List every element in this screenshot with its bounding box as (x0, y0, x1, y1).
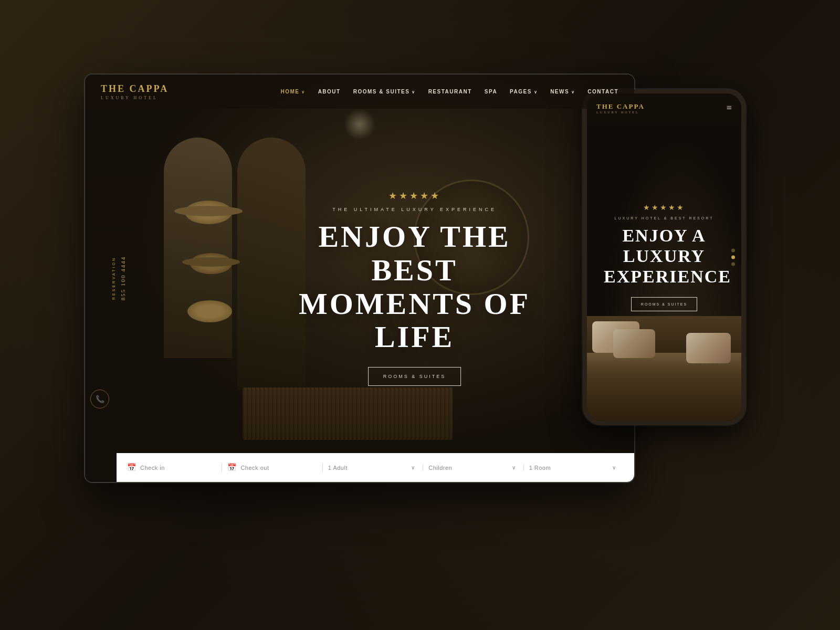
nav-item-restaurant[interactable]: RESTAURANT (428, 89, 472, 94)
hat-decoration-2 (190, 253, 232, 274)
adults-field[interactable]: 1 Adult ∨ (328, 465, 423, 471)
hero-cta-button[interactable]: ROOMS & SUITES (368, 367, 461, 386)
scroll-dots (731, 249, 735, 266)
mobile-bed-area (587, 306, 741, 421)
rooms-label: 1 Room (529, 465, 551, 471)
mobile-star-rating: ★★★★★ (604, 203, 724, 212)
mobile-logo-subtitle: LUXURY HOTEL (596, 111, 645, 114)
hamburger-menu-icon[interactable]: ≡ (727, 102, 732, 113)
checkin-calendar-icon: 📅 (127, 463, 136, 472)
reservation-label: RESERVATION (112, 257, 116, 300)
sideboard (243, 387, 453, 440)
hat-decoration-3 (187, 300, 232, 322)
desktop-navigation: THE CAPPA LUXURY HOTEL HOME ABOUT ROOMS … (85, 75, 634, 109)
mobile-hero-title: ENJOY A LUXURY EXPERIENCE (604, 225, 724, 287)
nav-list: HOME ABOUT ROOMS & SUITES RESTAURANT SPA… (280, 89, 618, 94)
hero-title-line1: ENJOY THE BEST (318, 219, 510, 287)
arch-panel-left (164, 138, 232, 358)
mobile-cta-button[interactable]: ROOMS & SUITES (631, 297, 697, 311)
logo-subtitle: LUXURY HOTEL (101, 96, 169, 100)
nav-item-pages[interactable]: PAGES (510, 89, 538, 94)
nav-item-spa[interactable]: SPA (485, 89, 497, 94)
mobile-title-line3: EXPERIENCE (604, 267, 731, 286)
phone-button[interactable]: 📞 (90, 390, 109, 408)
adults-arrow-icon: ∨ (411, 465, 415, 470)
children-field[interactable]: Children ∨ (428, 465, 523, 471)
checkout-field[interactable]: 📅 Check out (227, 463, 322, 472)
hero-title-line2: MOMENTS OF LIFE (299, 287, 530, 354)
mobile-title-line2: LUXURY (623, 246, 705, 266)
scroll-dot-1[interactable] (731, 249, 735, 253)
checkin-label: Check in (140, 465, 165, 471)
scroll-dot-2[interactable] (731, 256, 735, 259)
children-arrow-icon: ∨ (512, 465, 516, 470)
mobile-hero-tagline: LUXURY HOTEL & BEST RESORT (604, 216, 724, 220)
rooms-arrow-icon: ∨ (612, 465, 616, 470)
checkout-label: Check out (240, 465, 269, 471)
ceiling-light (344, 109, 375, 140)
bed-base (583, 316, 746, 421)
scene-container: THE CAPPA LUXURY HOTEL HOME ABOUT ROOMS … (52, 58, 788, 572)
mobile-logo[interactable]: THE CAPPA LUXURY HOTEL (596, 102, 645, 114)
nav-item-about[interactable]: ABOUT (318, 89, 341, 94)
adults-label: 1 Adult (328, 465, 348, 471)
star-rating: ★★★★★ (277, 190, 552, 202)
mobile-hero-content: ★★★★★ LUXURY HOTEL & BEST RESORT ENJOY A… (604, 203, 724, 311)
pillow-2 (613, 329, 655, 358)
checkout-calendar-icon: 📅 (227, 463, 236, 472)
pillow-3 (686, 333, 731, 363)
side-reservation: RESERVATION 855 100 4444 (112, 256, 126, 301)
mobile-navigation: THE CAPPA LUXURY HOTEL ≡ (587, 93, 741, 122)
nav-item-rooms[interactable]: ROOMS & SUITES (353, 89, 416, 94)
nav-item-home[interactable]: HOME (280, 89, 305, 94)
booking-bar: 📅 Check in 📅 Check out 1 Adult ∨ Childre… (117, 453, 634, 482)
mobile-logo-name: THE CAPPA (596, 102, 645, 111)
hat-decoration-1 (185, 201, 232, 224)
checkin-field[interactable]: 📅 Check in (127, 463, 222, 472)
children-label: Children (428, 465, 452, 471)
desktop-logo[interactable]: THE CAPPA LUXURY HOTEL (101, 83, 169, 100)
logo-name: THE CAPPA (101, 83, 169, 94)
phone-icon: 📞 (96, 395, 104, 404)
nav-item-news[interactable]: NEWS (550, 89, 575, 94)
mobile-mockup: THE CAPPA LUXURY HOTEL ≡ ★★★★★ LUXURY HO… (583, 89, 746, 425)
hero-content: ★★★★★ THE ULTIMATE LUXURY EXPERIENCE ENJ… (277, 190, 552, 386)
scroll-dot-3[interactable] (731, 262, 735, 266)
mobile-title-line1: ENJOY A (622, 226, 706, 245)
reservation-phone: 855 100 4444 (120, 256, 126, 301)
rooms-field[interactable]: 1 Room ∨ (529, 465, 624, 471)
hero-tagline: THE ULTIMATE LUXURY EXPERIENCE (277, 207, 552, 212)
desktop-mockup: THE CAPPA LUXURY HOTEL HOME ABOUT ROOMS … (84, 74, 635, 483)
hero-title: ENJOY THE BEST MOMENTS OF LIFE (277, 220, 552, 354)
